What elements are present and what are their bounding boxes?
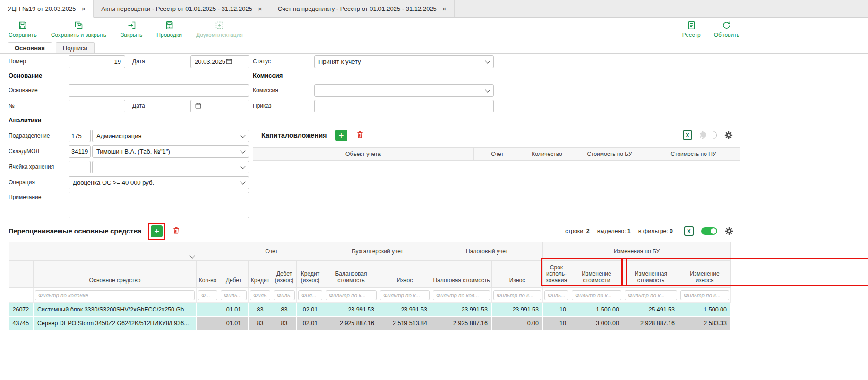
- close-button[interactable]: Закрыть: [120, 20, 142, 38]
- save-button[interactable]: Сохранить: [9, 20, 37, 38]
- table-row[interactable]: 43745Сервер DEPO Storm 3450Z2 G6242K/512…: [9, 317, 731, 330]
- column-filter-input[interactable]: [625, 290, 677, 300]
- note-textarea[interactable]: [69, 192, 249, 218]
- basis-date-label: Дата: [132, 103, 145, 109]
- grid-toggle[interactable]: [700, 131, 717, 139]
- table-row[interactable]: 26072Системный блок 3330/S3200SHV/2xGbEC…: [9, 303, 731, 317]
- basis-number-input[interactable]: [69, 100, 125, 112]
- cell: 3 000.00: [570, 317, 623, 330]
- cell: 10: [543, 303, 570, 317]
- close-icon[interactable]: ×: [81, 5, 86, 12]
- column-filter-input[interactable]: [680, 290, 729, 300]
- save-and-close-button[interactable]: Сохранить и закрыть: [51, 20, 106, 38]
- capital-column-header[interactable]: Счет: [473, 148, 521, 160]
- capital-column-header[interactable]: Стоимость по БУ: [573, 148, 646, 160]
- postings-button[interactable]: Проводки: [156, 20, 182, 38]
- close-icon[interactable]: ×: [258, 5, 262, 12]
- column-header[interactable]: Дебет: [219, 261, 249, 288]
- warehouse-select[interactable]: Тимошин В.А. (Таб. №"1"): [92, 145, 249, 158]
- basis-date-field[interactable]: [190, 100, 249, 112]
- column-header[interactable]: Кредит: [249, 261, 272, 288]
- toolbar-right-group: Реестр Обновить: [682, 20, 739, 38]
- warehouse-label: Склад/МОЛ: [9, 148, 39, 155]
- excel-export-icon[interactable]: X: [683, 130, 692, 140]
- filter-cell: [219, 288, 249, 303]
- column-header[interactable]: Измененная стоимость: [623, 261, 679, 288]
- capital-table-header: Объект учетаСчетКоличествоСтоимость по Б…: [253, 147, 740, 161]
- column-filter-input[interactable]: [250, 290, 270, 300]
- add-asset-button[interactable]: +: [151, 225, 163, 237]
- column-filter-input[interactable]: [274, 290, 295, 300]
- trash-icon: [172, 226, 180, 236]
- column-header[interactable]: Изменение износа: [679, 261, 731, 288]
- column-header[interactable]: Износ: [378, 261, 431, 288]
- date-field[interactable]: 20.03.2025: [190, 55, 249, 68]
- column-header[interactable]: Налоговая стоимость: [431, 261, 492, 288]
- tab-signatures[interactable]: Подписи: [56, 42, 95, 53]
- excel-export-icon[interactable]: X: [684, 226, 694, 236]
- storage-cell-code-input[interactable]: [69, 161, 91, 173]
- date-label: Дата: [132, 58, 145, 65]
- capital-column-header[interactable]: Стоимость по НУ: [646, 148, 740, 160]
- column-filter-input[interactable]: [433, 290, 490, 300]
- number-input[interactable]: [69, 55, 125, 68]
- warehouse-code-input[interactable]: [69, 145, 91, 158]
- refresh-button[interactable]: Обновить: [714, 20, 739, 38]
- department-code-input[interactable]: [69, 130, 91, 142]
- note-label: Примечание: [9, 194, 41, 200]
- column-filter-input[interactable]: [380, 290, 430, 300]
- grid-toggle[interactable]: [701, 227, 717, 235]
- chevron-down-icon: [485, 87, 490, 92]
- column-header[interactable]: Срок исполь-зования: [543, 261, 570, 288]
- column-filter-input[interactable]: [198, 290, 217, 300]
- column-filter-input[interactable]: [326, 290, 377, 300]
- capital-column-header[interactable]: Объект учета: [253, 148, 473, 160]
- document-tab[interactable]: Акты переоценки - Реестр от 01.01.2025 -…: [94, 0, 270, 17]
- column-header[interactable]: Износ: [492, 261, 543, 288]
- basis-label: Основание: [9, 87, 38, 94]
- cell: Системный блок 3330/S3200SHV/2xGbECC/2x2…: [34, 303, 197, 317]
- storage-cell-select[interactable]: [92, 161, 249, 173]
- cell: 43745: [9, 317, 34, 330]
- grid-status-bar: строки:2 выделено:1 в фильтре:0: [565, 228, 673, 234]
- column-filter-input[interactable]: [298, 290, 322, 300]
- sort-chevron-icon[interactable]: [189, 253, 195, 258]
- toolbar-left-group: Сохранить Сохранить и закрыть Закрыть Пр…: [9, 20, 243, 38]
- settings-gear-icon[interactable]: [725, 227, 733, 235]
- add-row-button[interactable]: +: [335, 130, 347, 141]
- document-tab-label: Акты переоценки - Реестр от 01.01.2025 -…: [101, 5, 252, 12]
- column-header[interactable]: Дебет (износ): [272, 261, 297, 288]
- column-header[interactable]: Изменение стоимости: [570, 261, 623, 288]
- calendar-icon: [225, 58, 232, 66]
- status-select[interactable]: Принят к учету: [314, 55, 494, 68]
- column-filter-input[interactable]: [572, 290, 621, 300]
- column-header[interactable]: Кредит (износ): [297, 261, 324, 288]
- registry-button[interactable]: Реестр: [682, 20, 701, 38]
- tab-main[interactable]: Основная: [8, 42, 52, 53]
- department-select[interactable]: Администрация: [92, 130, 249, 142]
- column-filter-input[interactable]: [35, 290, 195, 300]
- close-icon[interactable]: ×: [442, 5, 447, 12]
- order-input[interactable]: [314, 100, 494, 112]
- settings-gear-icon[interactable]: [724, 131, 733, 139]
- filter-cell: [297, 288, 324, 303]
- commission-label: Комиссия: [253, 87, 278, 94]
- column-header[interactable]: [9, 261, 34, 288]
- column-header[interactable]: Балансовая стоимость: [324, 261, 378, 288]
- delete-asset-button[interactable]: [172, 226, 180, 236]
- document-tab-active[interactable]: УЦН №19 от 20.03.2025 ×: [0, 0, 94, 18]
- commission-select[interactable]: [314, 84, 494, 97]
- column-header[interactable]: Кол-во: [197, 261, 219, 288]
- delete-row-button[interactable]: [356, 130, 364, 140]
- document-tab[interactable]: Счет на предоплату - Реестр от 01.01.202…: [270, 0, 455, 17]
- department-label: Подразделение: [9, 132, 50, 139]
- operation-select[interactable]: Дооценка ОС >= 40 000 руб.: [69, 176, 249, 189]
- column-filter-input[interactable]: [221, 290, 247, 300]
- column-filter-input[interactable]: [544, 290, 568, 300]
- basis-input[interactable]: [69, 84, 249, 97]
- cell: 23 991.53: [378, 303, 431, 317]
- column-header[interactable]: Основное средство: [34, 261, 197, 288]
- column-filter-input[interactable]: [493, 290, 541, 300]
- capital-column-header[interactable]: Количество: [521, 148, 573, 160]
- recompletion-button[interactable]: Доукомплектация: [196, 20, 243, 38]
